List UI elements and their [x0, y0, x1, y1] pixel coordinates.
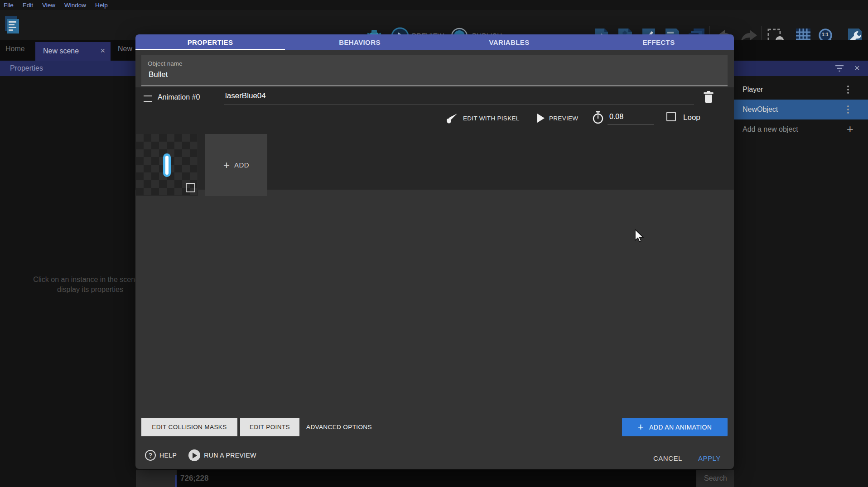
tab-close-icon[interactable]: × [100, 46, 105, 56]
cursor-coordinates: 726;228 [180, 474, 208, 483]
trash-icon[interactable] [704, 91, 714, 103]
add-frame-label: ADD [234, 161, 249, 169]
filter-icon[interactable] [835, 65, 844, 72]
add-frame-tile[interactable]: + ADD [205, 134, 267, 196]
dialog-tab-properties[interactable]: PROPERTIES [135, 34, 285, 50]
object-label: NewObject [743, 105, 778, 114]
dialog-help-row: ? HELP RUN A PREVIEW [145, 449, 256, 461]
help-icon[interactable]: ? [145, 450, 156, 461]
scene-status-bar: 726;228 [177, 470, 696, 487]
object-name-card: Object name [141, 55, 728, 87]
objects-panel-header: Objects × [734, 61, 868, 76]
edit-with-piskel-button[interactable]: EDIT WITH PISKEL [463, 115, 520, 122]
menu-view[interactable]: View [42, 2, 55, 9]
plus-icon: + [638, 421, 644, 433]
run-preview-icon[interactable] [188, 449, 200, 461]
time-between-frames-input[interactable] [608, 112, 654, 121]
play-icon[interactable] [537, 113, 545, 123]
properties-panel: Properties Click on an instance in the s… [0, 61, 136, 487]
tab-label: EFFECTS [642, 38, 675, 46]
help-button[interactable]: HELP [159, 452, 177, 459]
tab-partial[interactable]: New [118, 45, 132, 53]
bullet-sprite [163, 153, 171, 177]
close-panel-icon[interactable]: × [854, 63, 860, 73]
object-row-player[interactable]: Player [734, 80, 868, 100]
animation-card: Animation #0 EDIT WITH PISKEL PREVIEW [135, 87, 734, 190]
dialog-tab-bar: PROPERTIES BEHAVIORS VARIABLES EFFECTS [135, 34, 734, 50]
plus-icon: + [847, 122, 854, 136]
question-glyph: ? [149, 452, 153, 459]
tab-label: BEHAVIORS [339, 38, 381, 46]
add-new-object-row[interactable]: Add a new object + [734, 119, 868, 139]
frame-select-checkbox[interactable] [186, 183, 195, 192]
properties-panel-title: Properties [10, 64, 43, 72]
object-name-label: Object name [148, 60, 183, 67]
tab-new-scene[interactable]: New scene × [35, 42, 111, 61]
add-object-label: Add a new object [743, 125, 798, 134]
kebab-menu-icon[interactable] [847, 86, 849, 94]
dialog-tab-behaviors[interactable]: BEHAVIORS [285, 34, 434, 50]
objects-panel: Objects × Player NewObject Add a new obj… [734, 61, 868, 487]
loop-checkbox[interactable] [666, 112, 676, 121]
run-a-preview-button[interactable]: RUN A PREVIEW [204, 452, 256, 459]
animation-title: Animation #0 [158, 93, 200, 101]
button-label: EDIT POINTS [250, 424, 290, 430]
object-name-input[interactable] [148, 70, 720, 80]
advanced-options-button[interactable]: ADVANCED OPTIONS [306, 418, 372, 436]
menu-help[interactable]: Help [95, 2, 108, 9]
properties-panel-header: Properties [0, 61, 136, 76]
object-editor-dialog: PROPERTIES BEHAVIORS VARIABLES EFFECTS O… [135, 34, 734, 469]
animation-name-input[interactable] [224, 91, 693, 101]
tab-new-scene-label: New scene [43, 47, 79, 55]
kebab-menu-icon[interactable] [847, 105, 849, 114]
menu-window[interactable]: Window [64, 2, 86, 9]
input-underline [608, 124, 654, 125]
apply-button[interactable]: APPLY [698, 454, 721, 462]
input-underline [141, 86, 728, 86]
brush-icon[interactable] [446, 113, 458, 124]
menu-file[interactable]: File [4, 2, 14, 9]
add-an-animation-button[interactable]: + ADD AN ANIMATION [622, 418, 728, 436]
edit-points-button[interactable]: EDIT POINTS [240, 418, 299, 436]
dialog-tab-variables[interactable]: VARIABLES [434, 34, 584, 50]
app-window: File Edit View Window Help PREVI [0, 0, 868, 487]
tab-label: VARIABLES [489, 38, 529, 46]
input-underline [224, 105, 694, 105]
frame-thumbnail[interactable] [136, 134, 198, 196]
one-to-one-label: 1:1 [822, 32, 828, 37]
button-label: ADD AN ANIMATION [649, 424, 712, 431]
object-row-newobject-selected[interactable]: NewObject [734, 100, 868, 119]
loop-label: Loop [683, 113, 700, 122]
mouse-cursor [634, 229, 645, 244]
menu-bar: File Edit View Window Help [0, 0, 868, 10]
animation-preview-button[interactable]: PREVIEW [549, 115, 578, 122]
button-label: ADVANCED OPTIONS [306, 424, 372, 430]
tab-label: PROPERTIES [188, 38, 233, 46]
edit-collision-masks-button[interactable]: EDIT COLLISION MASKS [141, 418, 237, 436]
tab-home[interactable]: Home [5, 45, 25, 53]
drag-handle-icon[interactable] [144, 95, 152, 102]
menu-edit[interactable]: Edit [23, 2, 33, 9]
statusbar-left-strip [136, 470, 177, 487]
dialog-tab-effects[interactable]: EFFECTS [584, 34, 733, 50]
project-manager-icon[interactable] [4, 15, 22, 35]
plus-icon: + [223, 159, 230, 172]
stopwatch-icon [592, 111, 604, 124]
cancel-button[interactable]: CANCEL [653, 454, 682, 462]
button-label: EDIT COLLISION MASKS [152, 424, 227, 430]
object-label: Player [743, 86, 763, 94]
